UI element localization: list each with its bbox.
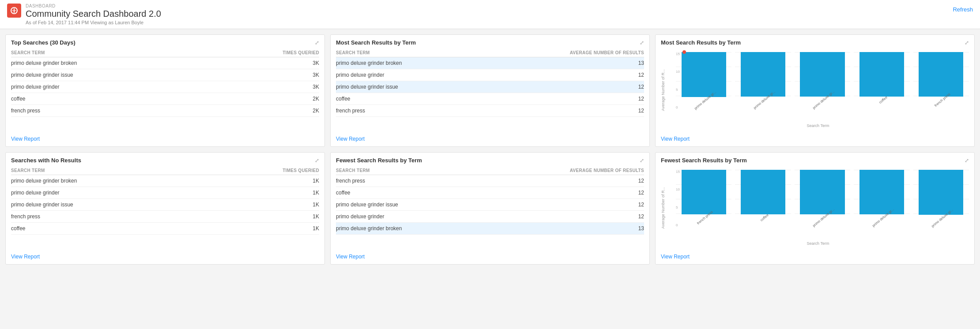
bar <box>741 52 785 97</box>
fewest-results-col2: AVERAGE NUMBER OF RESULTS <box>481 166 644 175</box>
value-cell: 2K <box>209 105 319 117</box>
most-results-table-panel: Most Search Results by Term ⤢ SEARCH TER… <box>330 34 650 147</box>
term-cell: primo deluxe grinder issue <box>336 199 481 211</box>
fewest-results-chart-panel: Fewest Search Results by Term ⤢ Average … <box>655 152 975 265</box>
top-searches-header: Top Searches (30 Days) ⤢ <box>6 35 324 49</box>
most-results-chart-area: Average Number of R... 151050primo delux… <box>656 49 974 131</box>
top-searches-title: Top Searches (30 Days) <box>11 39 75 46</box>
fewest-results-y-label: Average Number of R... <box>661 187 665 228</box>
most-results-chart-header: Most Search Results by Term ⤢ <box>656 35 974 49</box>
refresh-button[interactable]: Refresh <box>953 4 973 15</box>
top-searches-table: SEARCH TERM TIMES QUERIED primo deluxe g… <box>11 49 319 117</box>
term-cell: primo deluxe grinder issue <box>11 199 209 211</box>
table-row: primo deluxe grinder12 <box>336 69 644 81</box>
table-row: primo deluxe grinder3K <box>11 81 319 93</box>
bar <box>682 170 726 214</box>
table-row: primo deluxe grinder issue12 <box>336 199 644 211</box>
most-results-table-title: Most Search Results by Term <box>336 39 416 46</box>
most-results-bars-container: 151050primo deluxe gr...primo deluxe gr.… <box>667 52 969 128</box>
term-cell: primo deluxe grinder broken <box>336 223 481 235</box>
no-results-header: Searches with No Results ⤢ <box>6 153 324 166</box>
value-cell: 13 <box>481 57 644 69</box>
bar-column: french press <box>676 170 731 227</box>
app-logo <box>7 4 21 18</box>
table-row: french press12 <box>336 105 644 117</box>
value-cell: 1K <box>209 211 319 223</box>
bar-column: primo deluxe gr... <box>854 170 909 227</box>
table-row: coffee1K <box>11 223 319 235</box>
fewest-results-chart-view-report[interactable]: View Report <box>661 254 690 260</box>
most-results-table-footer: View Report <box>331 131 649 146</box>
no-results-expand-icon[interactable]: ⤢ <box>315 157 319 164</box>
most-results-table-view-report[interactable]: View Report <box>336 136 365 142</box>
bar <box>800 170 844 214</box>
top-searches-table-wrap: SEARCH TERM TIMES QUERIED primo deluxe g… <box>6 49 324 117</box>
bar-label: coffee <box>759 213 774 228</box>
table-row: primo deluxe grinder broken13 <box>336 223 644 235</box>
red-dot-icon <box>682 50 686 54</box>
bar-column: coffee <box>854 52 909 109</box>
top-searches-footer: View Report <box>6 131 324 146</box>
most-results-table-expand-icon[interactable]: ⤢ <box>640 40 644 46</box>
table-row: primo deluxe grinder broken13 <box>336 57 644 69</box>
most-results-chart-view-report[interactable]: View Report <box>661 136 690 142</box>
dashboard-label: DASHBOARD <box>26 4 161 8</box>
table-row: french press2K <box>11 105 319 117</box>
value-cell: 12 <box>481 187 644 199</box>
most-results-chart-expand-icon[interactable]: ⤢ <box>965 40 969 46</box>
bar <box>859 170 904 214</box>
most-results-chart-inner: Average Number of R... 151050primo delux… <box>661 52 969 128</box>
header: DASHBOARD Community Search Dashboard 2.0… <box>0 0 980 29</box>
bar <box>741 170 785 214</box>
bar-label: coffee <box>878 95 893 110</box>
value-cell: 3K <box>209 57 319 69</box>
table-row: primo deluxe grinder1K <box>11 187 319 199</box>
value-cell: 1K <box>209 223 319 235</box>
term-cell: coffee <box>11 223 209 235</box>
no-results-col2: TIMES QUERIED <box>209 166 319 175</box>
term-cell: primo deluxe grinder issue <box>336 81 481 93</box>
most-results-chart-panel: Most Search Results by Term ⤢ Average Nu… <box>655 34 975 147</box>
top-searches-expand-icon[interactable]: ⤢ <box>315 40 319 46</box>
bar-column: french press <box>913 52 969 109</box>
top-searches-col1: SEARCH TERM <box>11 49 209 57</box>
no-results-view-report[interactable]: View Report <box>11 254 40 260</box>
bar <box>919 52 963 97</box>
most-results-col1: SEARCH TERM <box>336 49 481 57</box>
value-cell: 12 <box>481 81 644 93</box>
term-cell: french press <box>336 105 481 117</box>
top-searches-view-report[interactable]: View Report <box>11 136 40 142</box>
logo-icon <box>10 7 18 15</box>
fewest-results-col1: SEARCH TERM <box>336 166 481 175</box>
term-cell: primo deluxe grinder <box>11 187 209 199</box>
most-results-col2: AVERAGE NUMBER OF RESULTS <box>481 49 644 57</box>
term-cell: primo deluxe grinder broken <box>336 57 481 69</box>
fewest-results-table-expand-icon[interactable]: ⤢ <box>640 157 644 164</box>
value-cell: 3K <box>209 69 319 81</box>
bar-column: primo deluxe gr... <box>913 170 969 227</box>
term-cell: french press <box>336 175 481 187</box>
bar-column: primo deluxe gr... <box>676 52 731 109</box>
fewest-results-table: SEARCH TERM AVERAGE NUMBER OF RESULTS fr… <box>336 166 644 235</box>
fewest-results-chart-title: Fewest Search Results by Term <box>661 157 747 164</box>
term-cell: french press <box>11 105 209 117</box>
table-row: primo deluxe grinder broken1K <box>11 175 319 187</box>
value-cell: 12 <box>481 105 644 117</box>
fewest-results-chart-expand-icon[interactable]: ⤢ <box>965 157 969 164</box>
value-cell: 13 <box>481 223 644 235</box>
fewest-results-table-view-report[interactable]: View Report <box>336 254 365 260</box>
value-cell: 1K <box>209 199 319 211</box>
table-row: primo deluxe grinder issue1K <box>11 199 319 211</box>
bar-column: primo deluxe gr... <box>795 52 850 109</box>
top-searches-panel: Top Searches (30 Days) ⤢ SEARCH TERM TIM… <box>5 34 325 147</box>
header-left: DASHBOARD Community Search Dashboard 2.0… <box>7 4 161 25</box>
bar <box>682 52 726 97</box>
fewest-results-chart-footer: View Report <box>656 249 974 264</box>
fewest-results-bars-container: 151050french presscoffeeprimo deluxe gr.… <box>667 170 969 246</box>
table-row: primo deluxe grinder12 <box>336 211 644 223</box>
value-cell: 12 <box>481 199 644 211</box>
term-cell: primo deluxe grinder issue <box>11 69 209 81</box>
top-searches-col2: TIMES QUERIED <box>209 49 319 57</box>
value-cell: 12 <box>481 69 644 81</box>
fewest-results-chart-header: Fewest Search Results by Term ⤢ <box>656 153 974 166</box>
